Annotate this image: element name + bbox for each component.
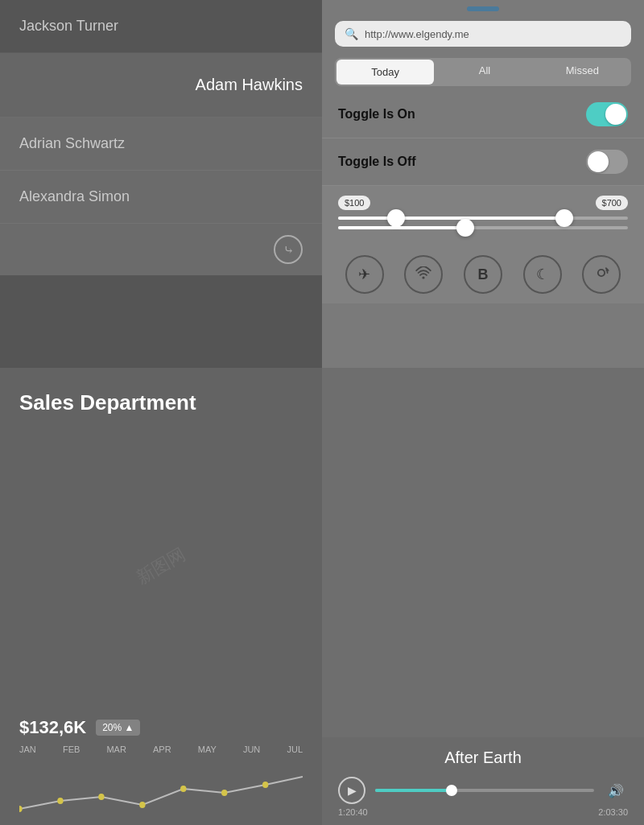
- contact-item[interactable]: Alexandra Simon: [0, 171, 322, 224]
- toggle-off-thumb: [588, 151, 609, 172]
- sales-badge: 20% ▲: [96, 720, 140, 736]
- scroll-down-button[interactable]: ⤷: [274, 235, 303, 264]
- sales-title: Sales Department: [19, 390, 303, 415]
- music-controls: ▶ 🔊: [338, 777, 628, 804]
- month-mar: MAR: [106, 745, 126, 754]
- chart-month-labels: JAN FEB MAR APR MAY JUN JUL: [19, 738, 303, 761]
- music-timestamps: 1:20:40 2:03:30: [338, 807, 628, 817]
- play-button[interactable]: ▶: [338, 777, 365, 804]
- tab-all[interactable]: All: [436, 58, 533, 86]
- slider-fill: [338, 217, 564, 220]
- svg-point-0: [423, 276, 425, 278]
- slider-labels: $100 $700: [338, 196, 628, 210]
- single-slider-track[interactable]: [338, 226, 628, 229]
- music-title: After Earth: [338, 749, 628, 767]
- play-icon: ▶: [348, 784, 357, 797]
- volume-button[interactable]: 🔊: [604, 778, 628, 802]
- quick-actions-bar: ✈ B ☾: [322, 245, 644, 303]
- music-progress-bar[interactable]: [375, 789, 594, 792]
- single-slider-fill: [338, 226, 465, 229]
- chevron-down-icon: ⤷: [283, 242, 294, 258]
- svg-point-3: [19, 806, 23, 812]
- airplane-mode-button[interactable]: ✈: [345, 255, 384, 294]
- range-slider-track[interactable]: [338, 217, 628, 220]
- svg-point-7: [180, 786, 186, 792]
- month-may: MAY: [198, 745, 217, 754]
- bluetooth-button[interactable]: B: [464, 255, 502, 294]
- slider-thumb-min[interactable]: [387, 209, 405, 227]
- month-jan: JAN: [19, 745, 36, 754]
- wifi-icon: [415, 266, 431, 283]
- sales-stats: $132,6K 20% ▲: [19, 717, 303, 738]
- toggle-on-thumb: [605, 104, 626, 125]
- time-elapsed: 1:20:40: [338, 807, 368, 817]
- contact-list: Jackson Turner Adam Hawkins Adrian Schwa…: [0, 0, 322, 368]
- music-info-bar: After Earth ▶ 🔊 1:20:40 2:03:30: [322, 737, 644, 825]
- sales-chart-area: 新图网: [19, 422, 303, 712]
- month-jun: JUN: [243, 745, 260, 754]
- wifi-button[interactable]: [404, 255, 443, 294]
- toggle-off-label: Toggle Is Off: [338, 155, 416, 169]
- moon-icon: ☾: [536, 266, 549, 283]
- time-total: 2:03:30: [598, 807, 628, 817]
- toggle-off-switch[interactable]: [586, 150, 628, 174]
- toggle-on-row: Toggle Is On: [322, 91, 644, 138]
- contact-item-highlighted[interactable]: Adam Hawkins: [0, 53, 322, 118]
- control-center: 🔍 http://www.elgendy.me Today All Missed…: [322, 0, 644, 368]
- album-art: [322, 368, 644, 738]
- search-url: http://www.elgendy.me: [365, 28, 621, 40]
- sales-amount: $132,6K: [19, 717, 86, 738]
- svg-point-6: [139, 802, 145, 808]
- cc-notch: [322, 0, 644, 14]
- do-not-disturb-button[interactable]: ☾: [523, 255, 562, 294]
- lock-rotation-icon: [593, 265, 609, 285]
- search-bar[interactable]: 🔍 http://www.elgendy.me: [335, 21, 631, 47]
- music-player: After Earth ▶ 🔊 1:20:40 2:03:30: [322, 368, 644, 826]
- rotation-lock-button[interactable]: [582, 255, 621, 294]
- single-slider-thumb[interactable]: [456, 219, 474, 237]
- range-slider-section: $100 $700: [322, 186, 644, 245]
- notch-shape: [467, 6, 499, 11]
- airplane-icon: ✈: [358, 266, 370, 283]
- toggle-on-label: Toggle Is On: [338, 107, 415, 122]
- tab-today[interactable]: Today: [336, 60, 434, 85]
- contact-item[interactable]: Adrian Schwartz: [0, 118, 322, 171]
- slider-max-label: $700: [596, 196, 628, 210]
- sales-department: Sales Department 新图网 $132,6K 20% ▲ JAN F…: [0, 368, 322, 826]
- svg-point-8: [221, 790, 227, 796]
- month-jul: JUL: [287, 745, 303, 754]
- bluetooth-icon: B: [477, 266, 488, 283]
- toggle-on-switch[interactable]: [586, 102, 628, 126]
- month-feb: FEB: [63, 745, 80, 754]
- scroll-down-area: ⤷: [0, 224, 322, 275]
- slider-thumb-max[interactable]: [555, 209, 573, 227]
- toggle-off-row: Toggle Is Off: [322, 138, 644, 186]
- tab-missed[interactable]: Missed: [534, 58, 631, 86]
- volume-icon: 🔊: [608, 783, 624, 798]
- tabs-bar: Today All Missed: [335, 58, 631, 86]
- watermark: 新图网: [132, 542, 190, 590]
- progress-thumb[interactable]: [446, 785, 457, 796]
- svg-point-9: [262, 782, 268, 788]
- svg-point-5: [98, 794, 104, 800]
- contact-item[interactable]: Jackson Turner: [0, 0, 322, 53]
- search-icon: 🔍: [345, 27, 358, 40]
- slider-min-label: $100: [338, 196, 370, 210]
- line-chart: [19, 761, 303, 825]
- svg-point-4: [57, 798, 63, 804]
- svg-point-1: [598, 269, 605, 275]
- progress-fill: [375, 789, 452, 792]
- month-apr: APR: [153, 745, 171, 754]
